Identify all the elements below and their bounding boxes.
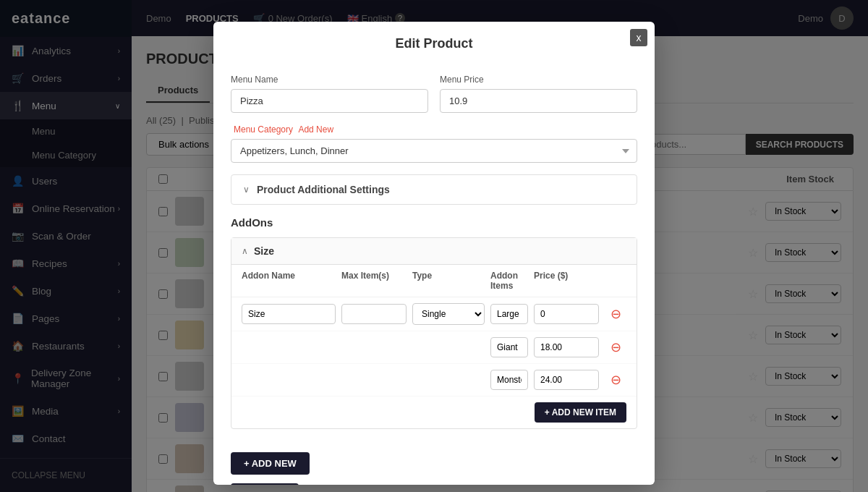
add-new-category-link[interactable]: Add New <box>298 124 333 135</box>
product-additional-settings-section: ∨ Product Additional Settings <box>231 174 637 205</box>
addon-item-name-input-0[interactable] <box>490 304 528 324</box>
modal-overlay[interactable]: Edit Product x Menu Name Menu Price Me <box>0 0 868 492</box>
form-row-name-price: Menu Name Menu Price <box>231 75 637 113</box>
chevron-up-icon: ∧ <box>242 246 248 256</box>
modal-header: Edit Product x <box>213 22 655 63</box>
form-group-category: Menu Category Add New Appetizers, Lunch,… <box>231 124 637 163</box>
modal-title: Edit Product <box>231 36 637 63</box>
menu-category-label: Menu Category Add New <box>231 124 637 135</box>
addon-item-price-input-2[interactable] <box>534 370 599 390</box>
menu-price-input[interactable] <box>440 89 637 113</box>
menu-name-label: Menu Name <box>231 75 428 85</box>
addon-name-input[interactable] <box>242 304 336 324</box>
add-new-addon-group-button[interactable]: + ADD NEW <box>231 452 310 475</box>
addon-name-col-header: Addon Name <box>242 271 336 291</box>
add-new-item-container: + ADD NEW ITEM <box>231 396 637 428</box>
chevron-down-icon: ∨ <box>243 184 250 195</box>
max-items-col-header: Max Item(s) <box>341 271 407 291</box>
max-items-input[interactable] <box>341 304 407 324</box>
addon-type-select[interactable]: Single Multiple <box>412 303 485 325</box>
remove-addon-item-button-2[interactable]: ⊖ <box>605 372 626 388</box>
form-group-menu-name: Menu Name <box>231 75 428 113</box>
addon-group-name: Size <box>254 245 274 257</box>
menu-category-select[interactable]: Appetizers, Lunch, Dinner <box>231 139 637 163</box>
addon-table-header: Addon Name Max Item(s) Type Addon Items … <box>231 265 637 297</box>
edit-product-modal: Edit Product x Menu Name Menu Price Me <box>213 22 655 485</box>
addon-item-price-input-1[interactable] <box>534 337 599 357</box>
addon-group-size-header: ∧ Size <box>231 238 637 265</box>
remove-addon-item-button-0[interactable]: ⊖ <box>605 306 626 322</box>
product-additional-settings-toggle[interactable]: ∨ Product Additional Settings <box>231 175 637 204</box>
form-row-category: Menu Category Add New Appetizers, Lunch,… <box>231 124 637 163</box>
empty-col-header <box>605 271 626 291</box>
menu-name-input[interactable] <box>231 89 428 113</box>
remove-addon-item-button-1[interactable]: ⊖ <box>605 339 626 355</box>
type-col-header: Type <box>412 271 485 291</box>
addon-items-col-header: Addon Items <box>490 271 528 291</box>
addon-row-giant: ⊖ <box>231 331 637 364</box>
addon-row-monster: ⊖ <box>231 364 637 396</box>
modal-body: Menu Name Menu Price Menu Category Add N… <box>213 63 655 452</box>
addon-group-size: ∧ Size Addon Name Max Item(s) Type Addon… <box>231 237 637 429</box>
submit-button[interactable]: SUBMIT <box>231 483 299 485</box>
addons-section: AddOns ∧ Size Addon Name Max Item(s) Typ… <box>231 216 637 429</box>
menu-price-label: Menu Price <box>440 75 637 85</box>
addon-item-price-input-0[interactable] <box>534 304 599 324</box>
addon-item-name-input-1[interactable] <box>490 337 528 357</box>
additional-settings-title: Product Additional Settings <box>257 184 390 195</box>
price-col-header: Price ($) <box>534 271 599 291</box>
modal-footer: + ADD NEW SUBMIT <box>213 452 655 485</box>
addons-title: AddOns <box>231 216 637 229</box>
addon-row-first: Single Multiple ⊖ <box>231 297 637 331</box>
modal-close-button[interactable]: x <box>630 29 647 46</box>
form-group-menu-price: Menu Price <box>440 75 637 113</box>
add-new-item-button[interactable]: + ADD NEW ITEM <box>535 402 626 423</box>
addon-item-name-input-2[interactable] <box>490 370 528 390</box>
